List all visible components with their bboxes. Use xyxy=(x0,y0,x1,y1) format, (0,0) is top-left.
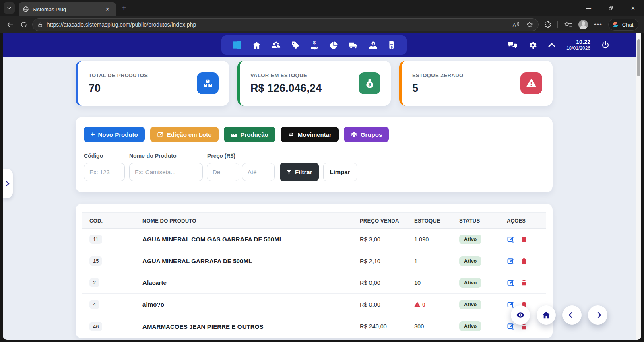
product-name-input[interactable] xyxy=(129,163,203,181)
copilot-chat-button[interactable]: Chat xyxy=(608,19,638,31)
home-fab[interactable] xyxy=(537,305,556,325)
page-scrollbar[interactable] xyxy=(636,33,641,340)
stat-card-total-produtos: TOTAL DE PRODUTOS 70 xyxy=(76,61,229,106)
stock-value: 1 xyxy=(414,258,417,264)
products-table-panel: CÓD. NOME DO PRODUTO PREÇO VENDA ESTOQUE… xyxy=(76,204,553,338)
actions-panel: + Novo Produto Edição em Lote Produção M… xyxy=(76,117,553,192)
price-to-input[interactable] xyxy=(242,163,275,181)
close-window-button[interactable]: ✕ xyxy=(622,0,644,16)
collections-icon[interactable] xyxy=(564,21,572,29)
product-price: R$ 2,10 xyxy=(360,258,414,264)
edit-button[interactable] xyxy=(507,257,515,265)
users-icon[interactable] xyxy=(271,41,281,50)
code-input[interactable] xyxy=(84,163,125,181)
eye-icon xyxy=(516,310,525,320)
chat-bubbles-icon[interactable] xyxy=(507,41,518,50)
status-badge: Ativo xyxy=(459,321,481,331)
product-name: Alacarte xyxy=(142,279,360,286)
delete-button[interactable] xyxy=(520,279,528,286)
browser-essentials-icon[interactable] xyxy=(543,21,551,29)
new-tab-button[interactable]: + xyxy=(122,4,126,13)
svg-text:$: $ xyxy=(313,40,316,45)
delete-button[interactable] xyxy=(520,257,528,265)
production-button[interactable]: Produção xyxy=(224,127,275,142)
copilot-icon xyxy=(611,21,619,29)
back-button[interactable] xyxy=(3,21,17,29)
exchange-arrows-icon xyxy=(287,131,295,138)
svg-text:$: $ xyxy=(372,42,374,45)
home-icon xyxy=(542,311,551,319)
stock-value: 1.090 xyxy=(414,236,429,243)
delete-button[interactable] xyxy=(520,235,528,243)
filter-button[interactable]: Filtrar xyxy=(280,163,319,181)
product-code: 11 xyxy=(89,235,102,244)
settings-more-button[interactable]: ••• xyxy=(594,21,602,28)
power-icon[interactable] xyxy=(601,41,610,49)
edit-button[interactable] xyxy=(507,279,515,287)
coin-slot-icon[interactable]: $ xyxy=(368,40,378,50)
edit-button[interactable] xyxy=(507,322,515,330)
new-product-button[interactable]: + Novo Produto xyxy=(84,127,145,142)
pie-chart-icon[interactable] xyxy=(329,41,339,50)
status-badge: Ativo xyxy=(459,235,481,244)
truck-icon[interactable] xyxy=(348,41,359,50)
minimize-button[interactable]: — xyxy=(578,0,600,16)
window-controls: — ✕ xyxy=(578,0,644,16)
home-icon[interactable] xyxy=(252,41,261,50)
copilot-chat-label: Chat xyxy=(622,22,633,28)
stock-value: 10 xyxy=(414,280,421,286)
chevron-up-icon[interactable] xyxy=(548,42,556,48)
gear-icon[interactable] xyxy=(528,41,537,50)
stat-value: R$ 126.046,24 xyxy=(250,82,322,95)
stat-value: 5 xyxy=(412,82,463,95)
stat-card-estoque-zerado: ESTOQUE ZERADO 5 xyxy=(399,61,553,106)
scrollbar-thumb[interactable] xyxy=(637,39,640,76)
table-header: CÓD. NOME DO PRODUTO PREÇO VENDA ESTOQUE… xyxy=(82,212,546,229)
batch-edit-button[interactable]: Edição em Lote xyxy=(150,127,219,142)
invoice-dollar-icon[interactable]: $ xyxy=(388,40,396,50)
funnel-icon xyxy=(286,169,292,175)
tag-icon[interactable] xyxy=(291,41,300,49)
restore-button[interactable] xyxy=(600,0,622,16)
price-from-input[interactable] xyxy=(207,163,239,181)
tab-actions-menu-button[interactable] xyxy=(4,2,15,14)
time-text: 10:22 xyxy=(566,39,590,46)
edit-button[interactable] xyxy=(507,235,515,243)
status-badge: Ativo xyxy=(459,278,481,288)
edit-button[interactable] xyxy=(507,301,515,309)
name-label: Nome do Produto xyxy=(129,152,207,159)
windows-logo-icon[interactable] xyxy=(232,40,242,50)
stat-label: TOTAL DE PRODUTOS xyxy=(89,72,148,78)
plus-icon: + xyxy=(91,130,95,139)
app-viewport: $ $ $ 10:22 18/01/2026 TOTAL DE PRODUTOS xyxy=(3,33,641,340)
stock-warning-icon xyxy=(414,301,420,307)
clear-button[interactable]: Limpar xyxy=(323,163,357,181)
chevron-down-icon xyxy=(7,6,12,10)
stock-value: 300 xyxy=(414,323,424,330)
main-menu: $ $ $ xyxy=(221,35,407,55)
arrow-right-icon xyxy=(593,311,602,319)
reload-button[interactable] xyxy=(17,21,31,28)
view-toggle-fab[interactable] xyxy=(511,305,530,325)
page-previous-fab[interactable] xyxy=(562,305,582,325)
page-next-fab[interactable] xyxy=(588,305,607,325)
favorite-star-icon[interactable] xyxy=(526,21,533,28)
sidebar-expand-button[interactable] xyxy=(3,169,13,198)
hand-holding-dollar-icon[interactable]: $ xyxy=(310,40,320,50)
groups-button[interactable]: Grupos xyxy=(344,127,389,142)
product-code: 15 xyxy=(89,256,102,266)
money-bag-icon: $ xyxy=(359,72,380,94)
product-name: AGUA MINERAL COM GAS GARRAFA DE 500ML xyxy=(142,236,360,243)
read-aloud-icon[interactable]: A xyxy=(512,21,520,28)
product-price: R$ 0,00 xyxy=(360,301,414,308)
tab-close-icon[interactable]: ✕ xyxy=(103,5,112,13)
profile-avatar[interactable] xyxy=(578,20,588,29)
col-cod: CÓD. xyxy=(89,218,142,224)
restore-icon xyxy=(608,6,613,11)
reload-icon xyxy=(20,21,27,28)
address-bar[interactable]: https://atacado.sistemasplug.com/public/… xyxy=(32,18,539,31)
svg-text:$: $ xyxy=(391,45,393,49)
move-stock-button[interactable]: Movimentar xyxy=(281,127,339,142)
browser-tab[interactable]: Sistemas Plug ✕ xyxy=(19,2,116,16)
price-label: Preço (R$) xyxy=(207,152,280,159)
